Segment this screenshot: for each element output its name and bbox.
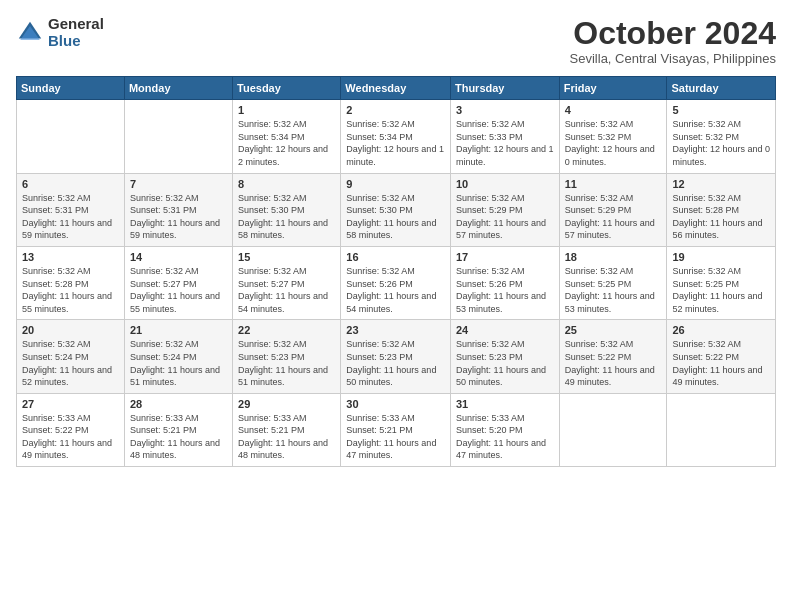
calendar-cell: 26Sunrise: 5:32 AMSunset: 5:22 PMDayligh…	[667, 320, 776, 393]
day-info: Sunrise: 5:32 AMSunset: 5:34 PMDaylight:…	[238, 118, 335, 168]
calendar-cell: 29Sunrise: 5:33 AMSunset: 5:21 PMDayligh…	[233, 393, 341, 466]
day-number: 16	[346, 251, 445, 263]
day-number: 22	[238, 324, 335, 336]
day-number: 15	[238, 251, 335, 263]
calendar-cell: 13Sunrise: 5:32 AMSunset: 5:28 PMDayligh…	[17, 246, 125, 319]
calendar-cell: 22Sunrise: 5:32 AMSunset: 5:23 PMDayligh…	[233, 320, 341, 393]
logo: General Blue	[16, 16, 104, 49]
calendar-week-1: 1Sunrise: 5:32 AMSunset: 5:34 PMDaylight…	[17, 100, 776, 173]
header: General Blue October 2024 Sevilla, Centr…	[16, 16, 776, 66]
calendar-cell	[17, 100, 125, 173]
header-wednesday: Wednesday	[341, 77, 451, 100]
day-info: Sunrise: 5:32 AMSunset: 5:33 PMDaylight:…	[456, 118, 554, 168]
day-info: Sunrise: 5:32 AMSunset: 5:31 PMDaylight:…	[130, 192, 227, 242]
header-thursday: Thursday	[450, 77, 559, 100]
day-number: 31	[456, 398, 554, 410]
calendar-table: SundayMondayTuesdayWednesdayThursdayFrid…	[16, 76, 776, 467]
calendar-cell	[559, 393, 667, 466]
day-number: 23	[346, 324, 445, 336]
calendar-cell: 25Sunrise: 5:32 AMSunset: 5:22 PMDayligh…	[559, 320, 667, 393]
day-number: 2	[346, 104, 445, 116]
calendar-week-3: 13Sunrise: 5:32 AMSunset: 5:28 PMDayligh…	[17, 246, 776, 319]
calendar-cell: 1Sunrise: 5:32 AMSunset: 5:34 PMDaylight…	[233, 100, 341, 173]
day-info: Sunrise: 5:32 AMSunset: 5:30 PMDaylight:…	[238, 192, 335, 242]
day-number: 3	[456, 104, 554, 116]
calendar-cell: 16Sunrise: 5:32 AMSunset: 5:26 PMDayligh…	[341, 246, 451, 319]
day-info: Sunrise: 5:32 AMSunset: 5:34 PMDaylight:…	[346, 118, 445, 168]
calendar-week-4: 20Sunrise: 5:32 AMSunset: 5:24 PMDayligh…	[17, 320, 776, 393]
day-number: 1	[238, 104, 335, 116]
day-info: Sunrise: 5:32 AMSunset: 5:29 PMDaylight:…	[456, 192, 554, 242]
day-info: Sunrise: 5:32 AMSunset: 5:32 PMDaylight:…	[565, 118, 662, 168]
day-info: Sunrise: 5:32 AMSunset: 5:27 PMDaylight:…	[238, 265, 335, 315]
calendar-cell: 15Sunrise: 5:32 AMSunset: 5:27 PMDayligh…	[233, 246, 341, 319]
day-info: Sunrise: 5:32 AMSunset: 5:31 PMDaylight:…	[22, 192, 119, 242]
day-info: Sunrise: 5:32 AMSunset: 5:25 PMDaylight:…	[672, 265, 770, 315]
header-saturday: Saturday	[667, 77, 776, 100]
day-number: 12	[672, 178, 770, 190]
day-info: Sunrise: 5:32 AMSunset: 5:25 PMDaylight:…	[565, 265, 662, 315]
calendar-week-5: 27Sunrise: 5:33 AMSunset: 5:22 PMDayligh…	[17, 393, 776, 466]
calendar-cell: 5Sunrise: 5:32 AMSunset: 5:32 PMDaylight…	[667, 100, 776, 173]
day-info: Sunrise: 5:33 AMSunset: 5:21 PMDaylight:…	[130, 412, 227, 462]
day-info: Sunrise: 5:32 AMSunset: 5:24 PMDaylight:…	[130, 338, 227, 388]
title-section: October 2024 Sevilla, Central Visayas, P…	[570, 16, 776, 66]
day-info: Sunrise: 5:32 AMSunset: 5:24 PMDaylight:…	[22, 338, 119, 388]
day-number: 26	[672, 324, 770, 336]
day-number: 18	[565, 251, 662, 263]
calendar-cell: 2Sunrise: 5:32 AMSunset: 5:34 PMDaylight…	[341, 100, 451, 173]
logo-blue: Blue	[48, 33, 104, 50]
day-number: 8	[238, 178, 335, 190]
day-info: Sunrise: 5:33 AMSunset: 5:21 PMDaylight:…	[346, 412, 445, 462]
calendar-cell: 6Sunrise: 5:32 AMSunset: 5:31 PMDaylight…	[17, 173, 125, 246]
day-number: 29	[238, 398, 335, 410]
day-number: 27	[22, 398, 119, 410]
calendar-cell: 28Sunrise: 5:33 AMSunset: 5:21 PMDayligh…	[124, 393, 232, 466]
calendar-cell: 17Sunrise: 5:32 AMSunset: 5:26 PMDayligh…	[450, 246, 559, 319]
calendar-header-row: SundayMondayTuesdayWednesdayThursdayFrid…	[17, 77, 776, 100]
day-info: Sunrise: 5:32 AMSunset: 5:29 PMDaylight:…	[565, 192, 662, 242]
calendar-cell: 27Sunrise: 5:33 AMSunset: 5:22 PMDayligh…	[17, 393, 125, 466]
day-number: 13	[22, 251, 119, 263]
month-title: October 2024	[570, 16, 776, 51]
calendar-cell: 3Sunrise: 5:32 AMSunset: 5:33 PMDaylight…	[450, 100, 559, 173]
header-friday: Friday	[559, 77, 667, 100]
day-number: 11	[565, 178, 662, 190]
calendar-cell: 31Sunrise: 5:33 AMSunset: 5:20 PMDayligh…	[450, 393, 559, 466]
subtitle: Sevilla, Central Visayas, Philippines	[570, 51, 776, 66]
calendar-cell: 10Sunrise: 5:32 AMSunset: 5:29 PMDayligh…	[450, 173, 559, 246]
header-sunday: Sunday	[17, 77, 125, 100]
day-number: 5	[672, 104, 770, 116]
day-number: 4	[565, 104, 662, 116]
day-info: Sunrise: 5:32 AMSunset: 5:32 PMDaylight:…	[672, 118, 770, 168]
day-info: Sunrise: 5:32 AMSunset: 5:23 PMDaylight:…	[456, 338, 554, 388]
day-info: Sunrise: 5:32 AMSunset: 5:22 PMDaylight:…	[565, 338, 662, 388]
calendar-cell: 7Sunrise: 5:32 AMSunset: 5:31 PMDaylight…	[124, 173, 232, 246]
day-info: Sunrise: 5:33 AMSunset: 5:22 PMDaylight:…	[22, 412, 119, 462]
calendar-cell: 21Sunrise: 5:32 AMSunset: 5:24 PMDayligh…	[124, 320, 232, 393]
logo-icon	[16, 19, 44, 47]
calendar-week-2: 6Sunrise: 5:32 AMSunset: 5:31 PMDaylight…	[17, 173, 776, 246]
calendar-cell: 14Sunrise: 5:32 AMSunset: 5:27 PMDayligh…	[124, 246, 232, 319]
day-number: 10	[456, 178, 554, 190]
calendar-cell: 23Sunrise: 5:32 AMSunset: 5:23 PMDayligh…	[341, 320, 451, 393]
calendar-cell: 9Sunrise: 5:32 AMSunset: 5:30 PMDaylight…	[341, 173, 451, 246]
day-number: 9	[346, 178, 445, 190]
day-number: 20	[22, 324, 119, 336]
day-number: 14	[130, 251, 227, 263]
calendar-cell: 18Sunrise: 5:32 AMSunset: 5:25 PMDayligh…	[559, 246, 667, 319]
day-number: 28	[130, 398, 227, 410]
day-number: 6	[22, 178, 119, 190]
logo-text: General Blue	[48, 16, 104, 49]
calendar-cell	[124, 100, 232, 173]
day-info: Sunrise: 5:32 AMSunset: 5:23 PMDaylight:…	[346, 338, 445, 388]
page: General Blue October 2024 Sevilla, Centr…	[0, 0, 792, 612]
calendar-cell: 4Sunrise: 5:32 AMSunset: 5:32 PMDaylight…	[559, 100, 667, 173]
calendar-cell: 11Sunrise: 5:32 AMSunset: 5:29 PMDayligh…	[559, 173, 667, 246]
day-number: 24	[456, 324, 554, 336]
logo-general: General	[48, 16, 104, 33]
day-number: 21	[130, 324, 227, 336]
header-tuesday: Tuesday	[233, 77, 341, 100]
calendar-cell: 30Sunrise: 5:33 AMSunset: 5:21 PMDayligh…	[341, 393, 451, 466]
day-number: 25	[565, 324, 662, 336]
